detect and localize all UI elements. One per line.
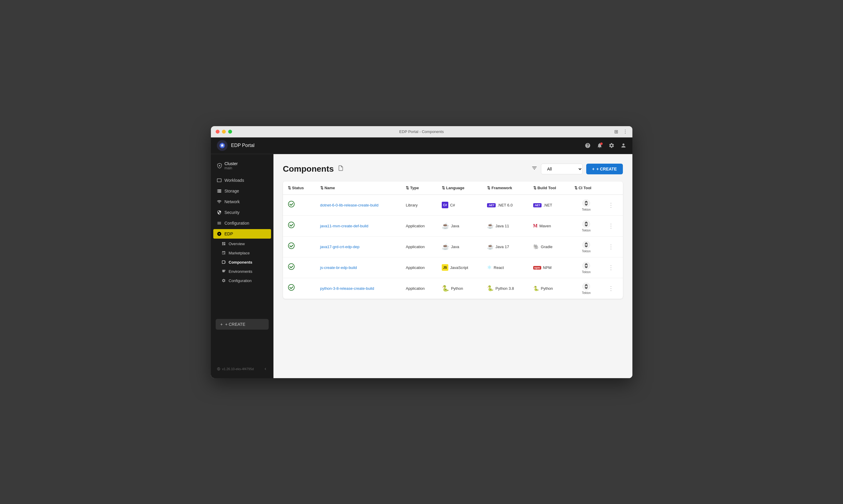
cell-status <box>283 278 315 299</box>
table-row: java11-mvn-create-def-build Application … <box>283 215 623 236</box>
svg-point-5 <box>288 222 294 228</box>
row-menu-icon[interactable]: ⋮ <box>608 222 614 229</box>
marketplace-label: Marketplace <box>229 251 250 255</box>
col-ci-tool[interactable]: ⇅ CI Tool <box>570 181 603 195</box>
notifications-icon[interactable] <box>597 143 603 148</box>
page-header: Components All Library Application + <box>283 164 623 174</box>
help-icon[interactable] <box>585 143 591 148</box>
sidebar-item-storage[interactable]: Storage <box>211 186 273 196</box>
sidebar-footer: v1.26.10-eks-4f4795d <box>211 363 273 375</box>
extension-icon[interactable]: ⊞ <box>614 129 618 134</box>
app-logo <box>217 140 228 151</box>
cluster-label: Cluster <box>225 161 238 166</box>
svg-point-11 <box>288 264 294 270</box>
cell-type: Library <box>401 195 437 216</box>
svg-point-10 <box>585 244 587 246</box>
cell-type: Application <box>401 257 437 278</box>
status-icon <box>288 222 295 230</box>
col-build-tool[interactable]: ⇅ Build Tool <box>529 181 570 195</box>
components-label: Components <box>229 260 252 265</box>
cell-row-actions[interactable]: ⋮ <box>603 195 623 216</box>
settings-icon[interactable] <box>608 143 615 148</box>
component-link[interactable]: js-create-br-edp-build <box>320 265 357 270</box>
status-icon <box>288 264 295 272</box>
cell-type: Application <box>401 215 437 236</box>
sidebar-sub-environments[interactable]: Environments <box>211 267 273 276</box>
sort-icon: ⇅ <box>533 186 536 190</box>
cell-name[interactable]: java11-mvn-create-def-build <box>315 215 401 236</box>
component-link[interactable]: java17-grd-crt-edp-dep <box>320 245 360 249</box>
sidebar-create-label: + CREATE <box>225 322 245 327</box>
cell-row-actions[interactable]: ⋮ <box>603 236 623 257</box>
table-row: java17-grd-crt-edp-dep Application ☕ Jav… <box>283 236 623 257</box>
svg-point-2 <box>288 201 294 207</box>
cell-name[interactable]: dotnet-6-0-lib-release-create-build <box>315 195 401 216</box>
row-menu-icon[interactable]: ⋮ <box>608 264 614 271</box>
sidebar-cluster: Cluster main <box>211 158 273 175</box>
cell-type: Application <box>401 236 437 257</box>
sidebar-sub-configuration[interactable]: Configuration <box>211 276 273 285</box>
cell-framework: 🐍 Python 3.8 <box>482 278 528 299</box>
title-bar: EDP Portal - Components ⊞ ⋮ <box>211 126 632 138</box>
sidebar-sub-components[interactable]: Components <box>211 258 273 267</box>
status-icon <box>288 202 295 209</box>
col-status[interactable]: ⇅ Status <box>283 181 315 195</box>
cell-build-tool: .NET .NET <box>529 195 570 216</box>
sidebar-item-configuration[interactable]: Configuration <box>211 218 273 229</box>
close-button[interactable] <box>216 130 220 133</box>
cell-row-actions[interactable]: ⋮ <box>603 215 623 236</box>
minimize-button[interactable] <box>222 130 226 133</box>
cell-name[interactable]: python-3-8-release-create-build <box>315 278 401 299</box>
row-menu-icon[interactable]: ⋮ <box>608 285 614 292</box>
component-link[interactable]: dotnet-6-0-lib-release-create-build <box>320 203 379 208</box>
table: ⇅ Status ⇅ Name ⇅ Type <box>283 181 623 299</box>
cell-build-tool: npm NPM <box>529 257 570 278</box>
sidebar-item-security[interactable]: Security <box>211 207 273 218</box>
network-label: Network <box>225 199 240 204</box>
component-link[interactable]: python-3-8-release-create-build <box>320 286 374 291</box>
storage-label: Storage <box>225 188 239 193</box>
filter-dropdown[interactable]: All Library Application <box>541 164 583 174</box>
component-link[interactable]: java11-mvn-create-def-build <box>320 224 368 228</box>
svg-point-14 <box>288 284 294 290</box>
components-table: ⇅ Status ⇅ Name ⇅ Type <box>283 181 623 299</box>
table-row: python-3-8-release-create-build Applicat… <box>283 278 623 299</box>
col-name[interactable]: ⇅ Name <box>315 181 401 195</box>
cell-status <box>283 215 315 236</box>
traffic-lights <box>216 130 232 133</box>
collapse-icon[interactable] <box>263 367 268 371</box>
cell-framework: .NET .NET 6.0 <box>482 195 528 216</box>
cell-name[interactable]: java17-grd-crt-edp-dep <box>315 236 401 257</box>
menu-icon[interactable]: ⋮ <box>623 129 627 134</box>
sidebar-item-workloads[interactable]: Workloads <box>211 175 273 186</box>
cell-status <box>283 257 315 278</box>
col-language[interactable]: ⇅ Language <box>437 181 482 195</box>
create-button[interactable]: + + CREATE <box>586 164 623 174</box>
cell-language: 🐍 Python <box>437 278 482 299</box>
sidebar-sub-marketplace[interactable]: Marketplace <box>211 248 273 258</box>
row-menu-icon[interactable]: ⋮ <box>608 244 614 250</box>
cell-ci-tool: Tekton <box>570 278 603 299</box>
sort-icon: ⇅ <box>574 186 578 190</box>
maximize-button[interactable] <box>228 130 232 133</box>
sidebar-item-edp[interactable]: EDP <box>213 229 271 239</box>
cell-row-actions[interactable]: ⋮ <box>603 257 623 278</box>
filter-icon[interactable] <box>531 165 537 173</box>
svg-point-16 <box>585 286 587 287</box>
row-menu-icon[interactable]: ⋮ <box>608 202 614 208</box>
sidebar-sub-overview[interactable]: Overview <box>211 239 273 248</box>
cell-name[interactable]: js-create-br-edp-build <box>315 257 401 278</box>
cell-language: ☕ Java <box>437 215 482 236</box>
account-icon[interactable] <box>620 143 626 148</box>
col-type[interactable]: ⇅ Type <box>401 181 437 195</box>
cell-row-actions[interactable]: ⋮ <box>603 278 623 299</box>
sort-icon: ⇅ <box>406 186 409 190</box>
cell-framework: ⚛ React <box>482 257 528 278</box>
sidebar: Cluster main Workloads Storage Network S… <box>211 154 273 378</box>
title-bar-icons: ⊞ ⋮ <box>614 129 627 134</box>
cell-ci-tool: Tekton <box>570 257 603 278</box>
sidebar-create-button[interactable]: + + CREATE <box>216 319 269 330</box>
col-framework[interactable]: ⇅ Framework <box>482 181 528 195</box>
workloads-label: Workloads <box>225 178 244 183</box>
sidebar-item-network[interactable]: Network <box>211 196 273 207</box>
